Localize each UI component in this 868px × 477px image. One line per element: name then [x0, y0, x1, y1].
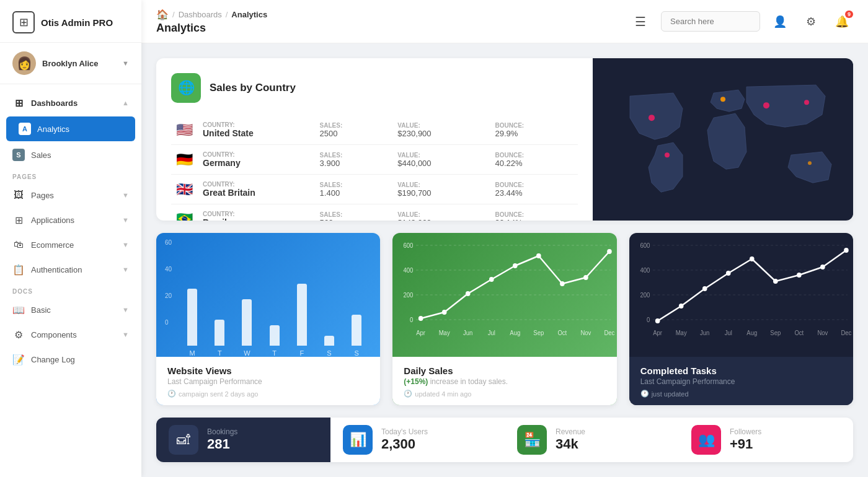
logo-title: Otis Admin PRO: [41, 17, 113, 28]
svg-text:600: 600: [640, 242, 650, 249]
svg-text:Jun: Jun: [700, 330, 709, 336]
sidebar-item-ecommerce[interactable]: 🛍 Ecommerce ▼: [0, 232, 141, 257]
chart-time: 🕐 just updated: [640, 390, 842, 398]
stat-text: Followers +91: [730, 427, 761, 452]
sales-value: 562: [320, 218, 388, 221]
bar-label: T: [218, 349, 222, 357]
bar-y-labels: 60 40 20 0: [165, 239, 172, 326]
bounce-label: Bounce:: [495, 152, 573, 159]
svg-text:Dec: Dec: [841, 330, 851, 336]
chevron-down-icon: ▼: [122, 266, 129, 273]
breadcrumb-separator: /: [172, 10, 175, 19]
user-profile-button[interactable]: 👤: [769, 11, 791, 33]
chart-time: 🕐 campaign sent 2 days ago: [167, 390, 369, 398]
sidebar-item-label: Basic: [31, 305, 116, 315]
page-title: Analytics: [156, 22, 625, 35]
avatar: 👩: [12, 51, 36, 75]
svg-point-20: [536, 253, 541, 258]
search-input[interactable]: [661, 11, 760, 32]
sales-table-section: 🌐 Sales by Country 🇺🇸 Country: United St…: [156, 58, 593, 221]
content-area: 🌐 Sales by Country 🇺🇸 Country: United St…: [141, 43, 868, 477]
sidebar-item-changelog[interactable]: 📝 Change Log: [0, 347, 141, 372]
completed-tasks-card: 600 400 200 0: [629, 233, 853, 405]
svg-point-47: [797, 273, 802, 278]
y-label: 40: [165, 266, 172, 273]
daily-sales-chart: 600 400 200 0: [392, 233, 616, 357]
sidebar-item-basic[interactable]: 📖 Basic ▼: [0, 297, 141, 322]
stat-value: 281: [207, 436, 237, 452]
sidebar-item-analytics[interactable]: A Analytics: [6, 116, 135, 141]
chart-time: 🕐 updated 4 min ago: [404, 390, 605, 398]
bar-label: F: [299, 349, 304, 357]
sidebar-item-components[interactable]: ⚙ Components ▼: [0, 322, 141, 347]
chart-title: Daily Sales: [404, 365, 605, 376]
country-flag: 🇬🇧: [176, 182, 193, 197]
bar-label: T: [272, 349, 277, 357]
svg-point-21: [560, 281, 565, 286]
svg-point-4: [763, 102, 769, 108]
value-label: Value:: [397, 211, 485, 218]
sidebar-item-label: Components: [31, 330, 116, 339]
sidebar-user[interactable]: 👩 Brooklyn Alice ▼: [0, 43, 141, 84]
sidebar-item-authentication[interactable]: 📋 Authentication ▼: [0, 257, 141, 282]
chevron-down-icon: ▼: [122, 306, 129, 313]
svg-text:600: 600: [404, 242, 414, 249]
bounce-label: Bounce:: [495, 211, 573, 218]
header-right: 👤 ⚙ 🔔 9: [661, 11, 853, 33]
sidebar-item-applications[interactable]: ⊞ Applications ▼: [0, 208, 141, 232]
stat-followers: 👥 Followers +91: [679, 418, 853, 462]
bounce-label: Bounce:: [495, 182, 573, 188]
bar-label: S: [355, 349, 359, 357]
value-value: $190,700: [397, 188, 485, 198]
sidebar: ⊞ Otis Admin PRO 👩 Brooklyn Alice ▼ ⊞ Da…: [0, 0, 141, 477]
sidebar-item-label: Pages: [31, 191, 116, 200]
table-row: 🇧🇷 Country: Brasil Sales: 562 Value: $14…: [171, 204, 578, 221]
settings-button[interactable]: ⚙: [800, 11, 822, 33]
svg-point-23: [607, 249, 612, 254]
stat-users: 📊 Today's Users 2,300: [330, 418, 505, 462]
svg-point-1: [649, 115, 655, 121]
svg-text:Oct: Oct: [794, 330, 804, 336]
chart-subtitle: Last Campaign Performance: [167, 377, 369, 386]
chart-subtitle: Last Campaign Performance: [640, 377, 842, 386]
svg-point-41: [655, 318, 660, 323]
chart-bottom-sales: Daily Sales (+15%) increase in today sal…: [392, 357, 616, 405]
notifications-button[interactable]: 🔔 9: [831, 11, 853, 33]
menu-icon[interactable]: ☰: [635, 14, 646, 29]
bar-label: W: [244, 349, 250, 357]
country-name: Great Britain: [203, 188, 310, 198]
svg-point-43: [702, 286, 707, 291]
bookings-icon: 🛋: [169, 425, 198, 455]
country-label: Country:: [203, 211, 310, 217]
stat-text: Revenue 34k: [556, 427, 585, 452]
header-left: 🏠 / Dashboards / Analytics Analytics: [156, 9, 625, 35]
sidebar-item-sales[interactable]: S Sales: [0, 142, 141, 167]
stat-text: Today's Users 2,300: [381, 427, 428, 452]
chart-title: Website Views: [167, 365, 369, 376]
authentication-icon: 📋: [12, 263, 25, 276]
clock-icon: 🕐: [640, 390, 649, 398]
home-icon[interactable]: 🏠: [156, 9, 169, 20]
svg-text:Dec: Dec: [604, 330, 615, 336]
daily-sales-card: 600 400 200 0: [392, 233, 616, 405]
sidebar-logo: ⊞ Otis Admin PRO: [0, 0, 141, 43]
svg-text:Apr: Apr: [653, 330, 663, 336]
value-value: $230,900: [397, 129, 485, 138]
main-content: 🏠 / Dashboards / Analytics Analytics ☰ 👤…: [141, 0, 868, 477]
chevron-up-icon: ▲: [122, 99, 129, 107]
sidebar-item-pages[interactable]: 🖼 Pages ▼: [0, 183, 141, 208]
svg-point-15: [418, 316, 423, 321]
bounce-value: 32.14%: [495, 218, 573, 221]
revenue-icon: 🏪: [517, 425, 547, 455]
sidebar-item-dashboards[interactable]: ⊞ Dashboards ▲: [0, 90, 141, 115]
svg-text:May: May: [439, 330, 450, 336]
svg-text:Aug: Aug: [746, 330, 757, 336]
sidebar-item-label: Applications: [31, 216, 116, 225]
svg-text:May: May: [675, 330, 686, 336]
stat-label: Followers: [730, 427, 761, 436]
breadcrumb-dashboards[interactable]: Dashboards: [179, 10, 222, 19]
sidebar-item-label: Dashboards: [31, 98, 116, 108]
svg-text:200: 200: [404, 292, 414, 299]
stat-revenue: 🏪 Revenue 34k: [505, 418, 679, 462]
stat-label: Bookings: [207, 427, 237, 436]
